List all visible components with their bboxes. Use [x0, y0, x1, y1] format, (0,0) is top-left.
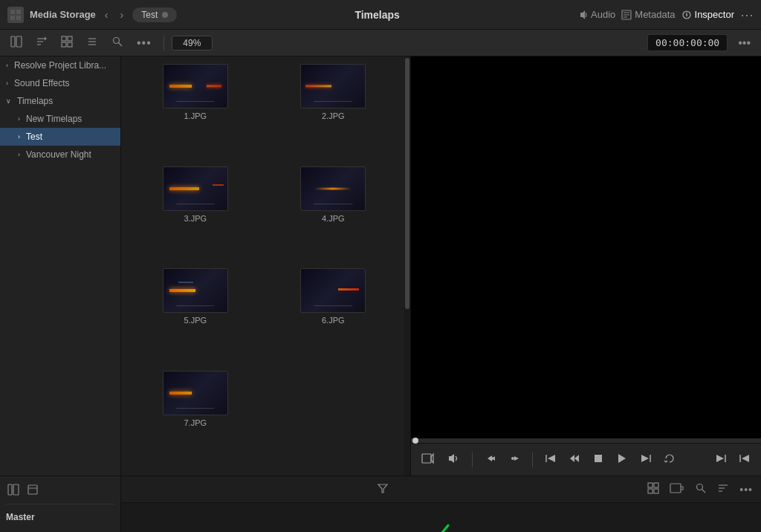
bottom-panel-toggle[interactable]: [6, 482, 21, 499]
svg-rect-46: [13, 484, 19, 495]
search-button[interactable]: [107, 33, 128, 52]
svg-marker-34: [548, 455, 555, 462]
svg-point-23: [114, 38, 120, 44]
loop-button[interactable]: [661, 450, 679, 470]
master-label: Master: [6, 509, 114, 525]
sidebar-item-new-timelaps[interactable]: › New Timelaps: [0, 110, 120, 128]
svg-rect-55: [654, 489, 658, 493]
skip-forward-button[interactable]: [637, 450, 655, 470]
timeline-filter-button[interactable]: [373, 480, 392, 499]
media-thumb-1[interactable]: 1.JPG: [129, 64, 262, 162]
timeline-position-indicator: [412, 438, 418, 444]
sidebar-item-timelaps[interactable]: ∨ Timelaps: [0, 92, 120, 110]
step-back-button[interactable]: [566, 450, 583, 470]
zoom-input[interactable]: [172, 36, 213, 51]
sidebar-item-label: Test: [26, 132, 42, 142]
next-frame-button[interactable]: [505, 450, 523, 470]
bottom-clip-btn[interactable]: [25, 482, 40, 499]
test-tab[interactable]: Test: [132, 7, 177, 22]
toolbar-more-button[interactable]: •••: [132, 34, 156, 52]
chevron-down-icon: ∨: [6, 97, 11, 105]
metadata-label: Metadata: [635, 9, 675, 20]
media-area: 1.JPG 2.JPG 3.JPG: [121, 56, 411, 476]
svg-rect-19: [68, 42, 72, 47]
svg-rect-16: [62, 36, 66, 41]
top-bar-right: Audio Metadata Inspector ⋯: [577, 7, 754, 23]
svg-rect-56: [670, 484, 681, 493]
svg-marker-41: [716, 455, 724, 462]
svg-rect-0: [10, 10, 15, 14]
thumb-image-6: [300, 268, 366, 313]
control-separator: [472, 452, 473, 467]
sidebar-item-vancouver-night[interactable]: › Vancouver Night: [0, 146, 120, 163]
timeline-bar[interactable]: [411, 438, 761, 443]
topbar-more-button[interactable]: ⋯: [740, 7, 754, 23]
to-home-button[interactable]: [736, 450, 754, 470]
svg-rect-53: [654, 483, 658, 487]
grid-view-button[interactable]: [56, 33, 77, 52]
thumb-label-2: 2.JPG: [322, 111, 345, 120]
timeline-controls-bar: •••: [121, 476, 761, 503]
timeline-search-button[interactable]: [691, 480, 710, 499]
inspector-icon: [681, 10, 692, 20]
sort-button[interactable]: [31, 33, 52, 52]
audio-label: Audio: [591, 9, 615, 20]
svg-marker-32: [514, 456, 519, 461]
import-area: Import Media: [121, 503, 761, 532]
preview-area: [411, 56, 761, 476]
thumb-label-6: 6.JPG: [322, 316, 345, 325]
inspector-label: Inspector: [695, 9, 734, 20]
sidebar-item-test[interactable]: › Test: [0, 128, 120, 146]
media-thumb-2[interactable]: 2.JPG: [267, 64, 401, 162]
sidebar-item-label: Timelaps: [17, 96, 53, 106]
thumb-image-5: [163, 268, 228, 313]
skip-to-start-button[interactable]: [542, 450, 560, 470]
bottom-area: Master Power Bins › Master Smart Bins Ti…: [0, 476, 761, 532]
metadata-icon: [621, 10, 632, 20]
to-end-button[interactable]: [712, 450, 730, 470]
panel-toggle-button[interactable]: [6, 33, 27, 52]
play-button[interactable]: [613, 450, 631, 470]
thumb-image-1: [163, 64, 228, 108]
timeline-sort-button[interactable]: [713, 480, 733, 499]
svg-rect-2: [10, 16, 15, 20]
svg-rect-37: [595, 455, 602, 462]
svg-marker-35: [570, 455, 574, 462]
svg-line-24: [119, 43, 123, 47]
svg-rect-45: [8, 484, 12, 495]
svg-rect-3: [16, 16, 21, 20]
inspector-nav-item[interactable]: Inspector: [681, 9, 734, 20]
nav-back-button[interactable]: ‹: [102, 7, 111, 22]
media-thumb-3[interactable]: 3.JPG: [129, 166, 262, 265]
sidebar-item-label: Sound Effects: [14, 78, 70, 88]
sidebar-item-label: Resolve Project Libra...: [14, 60, 106, 71]
nav-forward-button[interactable]: ›: [117, 7, 127, 22]
audio-toggle-button[interactable]: [444, 449, 463, 470]
timeline-more-button[interactable]: •••: [736, 481, 757, 498]
previous-frame-button[interactable]: [482, 450, 499, 470]
thumb-image-2: [300, 64, 366, 108]
svg-line-58: [702, 490, 706, 493]
sidebar-item-resolve-library[interactable]: › Resolve Project Libra...: [0, 56, 120, 74]
stop-button[interactable]: [589, 450, 607, 470]
media-thumb-7[interactable]: 7.JPG: [129, 371, 262, 469]
timecode-more-button[interactable]: •••: [734, 34, 755, 52]
tab-dot: [162, 12, 168, 18]
audio-nav-item[interactable]: Audio: [577, 9, 615, 20]
svg-line-62: [344, 525, 448, 532]
media-thumb-5[interactable]: 5.JPG: [129, 268, 262, 366]
timeline-window-button[interactable]: [666, 480, 688, 499]
media-thumb-4[interactable]: 4.JPG: [267, 166, 401, 265]
media-thumb-6[interactable]: 6.JPG: [267, 268, 401, 366]
svg-rect-12: [16, 36, 22, 47]
top-bar-center: Timelaps: [183, 9, 571, 21]
thumb-image-3: [163, 166, 228, 211]
chevron-icon: ›: [18, 133, 20, 140]
sidebar-item-sound-effects[interactable]: › Sound Effects: [0, 74, 120, 92]
chevron-icon: ›: [18, 151, 20, 158]
timeline-grid-button[interactable]: [644, 480, 663, 499]
show-video-button[interactable]: [418, 449, 438, 470]
chevron-icon: ›: [6, 62, 8, 69]
metadata-nav-item[interactable]: Metadata: [621, 9, 675, 20]
list-view-button[interactable]: [82, 33, 103, 52]
